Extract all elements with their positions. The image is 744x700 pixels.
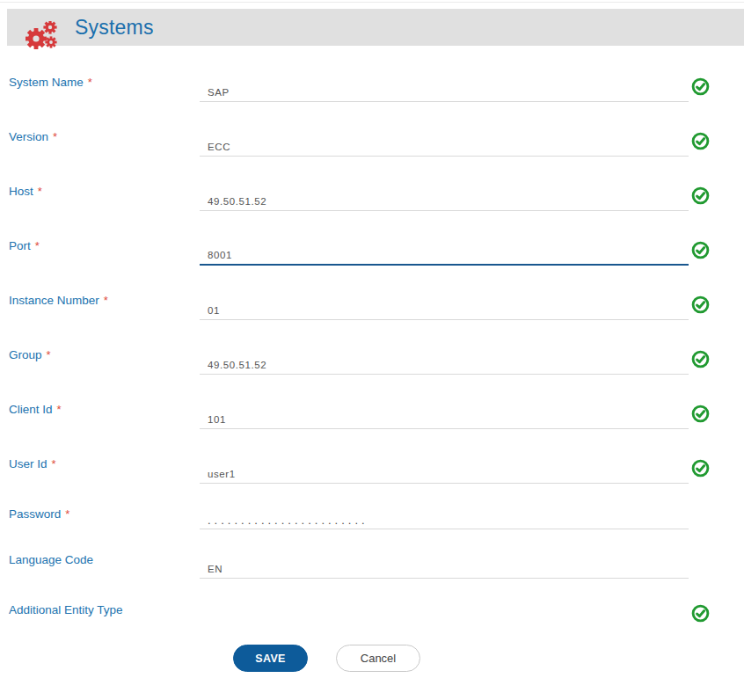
group-input[interactable]	[200, 356, 689, 375]
required-asterisk: *	[52, 457, 56, 470]
language-code-input[interactable]	[200, 560, 689, 579]
instance-number-label: Instance Number*	[9, 294, 108, 307]
check-circle-icon	[691, 77, 710, 99]
additional-entity-type-label: Additional Entity Type	[9, 603, 128, 616]
port-label: Port*	[9, 239, 40, 252]
check-circle-icon	[691, 459, 710, 481]
password-label: Password*	[9, 507, 69, 521]
check-circle-icon	[691, 241, 710, 263]
instance-number-input[interactable]	[200, 302, 689, 320]
required-asterisk: *	[53, 130, 57, 143]
password-input[interactable]	[200, 511, 689, 529]
language-code-label: Language Code	[9, 553, 98, 566]
page-title: Systems	[75, 9, 154, 46]
user-id-label: User Id*	[9, 457, 56, 470]
host-input[interactable]	[200, 193, 689, 211]
version-input[interactable]	[200, 138, 689, 157]
system-name-label: System Name*	[9, 76, 92, 89]
check-circle-icon	[691, 295, 710, 317]
check-circle-icon	[691, 405, 710, 427]
top-divider	[0, 2, 744, 3]
client-id-label: Client Id*	[9, 403, 62, 416]
required-asterisk: *	[35, 239, 40, 252]
required-asterisk: *	[88, 76, 92, 89]
system-name-input[interactable]	[200, 84, 689, 102]
save-button[interactable]: SAVE	[233, 645, 308, 672]
client-id-input[interactable]	[200, 411, 689, 429]
systems-form-page: Systems System Name* Version* Host* Port…	[0, 0, 744, 700]
gears-icon	[24, 21, 59, 55]
version-label: Version*	[9, 130, 57, 143]
required-asterisk: *	[47, 348, 51, 361]
port-input[interactable]	[200, 246, 689, 266]
check-circle-icon	[691, 604, 710, 626]
check-circle-icon	[691, 186, 710, 208]
check-circle-icon	[691, 132, 710, 154]
check-circle-icon	[691, 350, 710, 372]
user-id-input[interactable]	[200, 465, 689, 484]
required-asterisk: *	[65, 507, 69, 521]
page-header: Systems	[7, 9, 744, 46]
required-asterisk: *	[57, 403, 62, 416]
group-label: Group*	[9, 348, 51, 361]
required-asterisk: *	[104, 294, 108, 307]
required-asterisk: *	[38, 185, 42, 198]
cancel-button[interactable]: Cancel	[336, 645, 420, 672]
host-label: Host*	[9, 185, 42, 198]
